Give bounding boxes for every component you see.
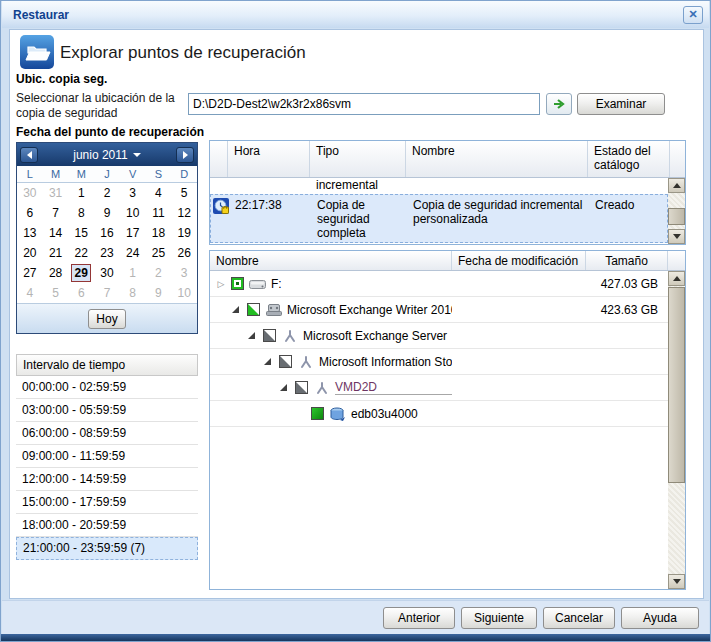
icon-column-header[interactable] <box>210 141 228 177</box>
calendar-day[interactable]: 27 <box>17 266 43 280</box>
calendar-next-button[interactable] <box>176 147 194 163</box>
column-header-hora[interactable]: Hora <box>228 141 310 177</box>
calendar-day[interactable]: 2 <box>146 266 172 280</box>
calendar-day[interactable]: 19 <box>171 226 197 240</box>
calendar-day[interactable]: 11 <box>146 206 172 220</box>
calendar-prev-button[interactable] <box>20 147 38 163</box>
column-header-nombre[interactable]: Nombre <box>210 251 452 270</box>
calendar-day[interactable]: 4 <box>17 286 43 300</box>
expand-icon[interactable]: ▷ <box>216 279 226 289</box>
collapse-icon[interactable] <box>232 306 239 313</box>
column-header-nombre[interactable]: Nombre <box>406 141 588 177</box>
calendar-day[interactable]: 2 <box>94 186 120 200</box>
tree-row[interactable]: edb03u4000 <box>210 401 668 427</box>
scroll-down-button[interactable] <box>668 229 685 244</box>
tree-label[interactable]: edb03u4000 <box>351 407 418 421</box>
time-interval-item[interactable]: 09:00:00 - 11:59:59 <box>16 445 198 468</box>
calendar-day[interactable]: 30 <box>94 266 120 280</box>
calendar-day[interactable]: 26 <box>171 246 197 260</box>
calendar-day[interactable]: 1 <box>68 186 94 200</box>
scroll-up-button[interactable] <box>668 271 685 286</box>
collapse-icon[interactable] <box>264 358 271 365</box>
calendar-day[interactable]: 10 <box>120 206 146 220</box>
tree-checkbox-half-gray[interactable] <box>263 329 276 342</box>
calendar-day[interactable]: 28 <box>43 266 69 280</box>
calendar-day[interactable]: 1 <box>120 266 146 280</box>
tree-label[interactable]: VMD2D <box>335 380 452 395</box>
previous-button[interactable]: Anterior <box>383 607 455 629</box>
calendar-day[interactable]: 12 <box>171 206 197 220</box>
close-button[interactable]: ✕ <box>683 6 703 24</box>
calendar-day[interactable]: 20 <box>17 246 43 260</box>
column-header-tamano[interactable]: Tamaño <box>586 251 668 270</box>
tree-row[interactable]: Microsoft Information Store <box>210 349 668 375</box>
calendar-day[interactable]: 6 <box>68 286 94 300</box>
tree-checkbox-partial-green[interactable] <box>231 277 244 290</box>
tree-label[interactable]: Microsoft Exchange Writer 2010 <box>287 303 452 317</box>
calendar-day[interactable]: 3 <box>171 266 197 280</box>
calendar-day[interactable]: 23 <box>94 246 120 260</box>
backup-path-input[interactable] <box>188 93 540 115</box>
calendar-month-dropdown[interactable]: junio 2011 <box>38 148 176 162</box>
tree-row[interactable]: Microsoft Exchange Server <box>210 323 668 349</box>
calendar-day[interactable]: 7 <box>43 206 69 220</box>
scrollbar-thumb[interactable] <box>668 208 685 225</box>
calendar-day[interactable]: 31 <box>43 186 69 200</box>
calendar-day[interactable]: 17 <box>120 226 146 240</box>
calendar-day[interactable]: 22 <box>68 246 94 260</box>
table-row-selected[interactable]: 22:17:38 Copia de seguridad completa Cop… <box>210 194 668 243</box>
time-interval-item[interactable]: 12:00:00 - 14:59:59 <box>16 468 198 491</box>
calendar-day[interactable]: 21 <box>43 246 69 260</box>
cancel-button[interactable]: Cancelar <box>543 607 615 629</box>
calendar-day[interactable]: 3 <box>120 186 146 200</box>
collapse-icon[interactable] <box>280 384 287 391</box>
tree-row[interactable]: ▷F:427.03 GB <box>210 271 668 297</box>
browse-button[interactable]: Examinar <box>577 93 665 115</box>
tree-label[interactable]: Microsoft Information Store <box>319 355 452 369</box>
calendar-day[interactable]: 24 <box>120 246 146 260</box>
calendar-day[interactable]: 5 <box>43 286 69 300</box>
time-interval-item-selected[interactable]: 21:00:00 - 23:59:59 (7) <box>16 537 198 560</box>
help-button[interactable]: Ayuda <box>621 607 699 629</box>
column-header-fecha[interactable]: Fecha de modificación <box>452 251 586 270</box>
calendar-day[interactable]: 6 <box>17 206 43 220</box>
calendar-day[interactable]: 18 <box>146 226 172 240</box>
tree-row[interactable]: VMD2D <box>210 375 668 401</box>
tree-scrollbar[interactable] <box>668 271 685 589</box>
tree-row[interactable]: Microsoft Exchange Writer 2010423.63 GB <box>210 297 668 323</box>
calendar-day[interactable]: 15 <box>68 226 94 240</box>
time-interval-item[interactable]: 03:00:00 - 05:59:59 <box>16 399 198 422</box>
tree-checkbox-half-gray[interactable] <box>279 355 292 368</box>
calendar-day[interactable]: 9 <box>94 206 120 220</box>
time-interval-item[interactable]: 06:00:00 - 08:59:59 <box>16 422 198 445</box>
today-button[interactable]: Hoy <box>88 309 126 329</box>
time-interval-item[interactable]: 00:00:00 - 02:59:59 <box>16 376 198 399</box>
tree-checkbox-checked[interactable] <box>311 407 324 420</box>
tree-checkbox-half-gray[interactable] <box>295 381 308 394</box>
next-button[interactable]: Siguiente <box>461 607 537 629</box>
calendar-day[interactable]: 7 <box>94 286 120 300</box>
go-button[interactable] <box>546 93 572 115</box>
calendar-day[interactable]: 9 <box>146 286 172 300</box>
calendar-day[interactable]: 16 <box>94 226 120 240</box>
scroll-down-button[interactable] <box>668 574 685 589</box>
column-header-tipo[interactable]: Tipo <box>310 141 406 177</box>
scroll-up-button[interactable] <box>668 178 685 193</box>
calendar-day[interactable]: 5 <box>171 186 197 200</box>
tree-label[interactable]: F: <box>271 277 282 291</box>
table-row-partial[interactable]: incremental <box>210 178 668 194</box>
calendar-day[interactable]: 13 <box>17 226 43 240</box>
scrollbar-thumb[interactable] <box>668 287 685 483</box>
calendar-day[interactable]: 4 <box>146 186 172 200</box>
calendar-day[interactable]: 8 <box>68 206 94 220</box>
calendar-day[interactable]: 10 <box>171 286 197 300</box>
collapse-icon[interactable] <box>248 332 255 339</box>
time-interval-item[interactable]: 15:00:00 - 17:59:59 <box>16 491 198 514</box>
calendar-day-selected[interactable]: 29 <box>68 264 94 282</box>
table-scrollbar[interactable] <box>668 178 685 244</box>
calendar-day[interactable]: 25 <box>146 246 172 260</box>
time-interval-item[interactable]: 18:00:00 - 20:59:59 <box>16 514 198 537</box>
calendar-day[interactable]: 30 <box>17 186 43 200</box>
calendar-day[interactable]: 14 <box>43 226 69 240</box>
tree-label[interactable]: Microsoft Exchange Server <box>303 329 447 343</box>
